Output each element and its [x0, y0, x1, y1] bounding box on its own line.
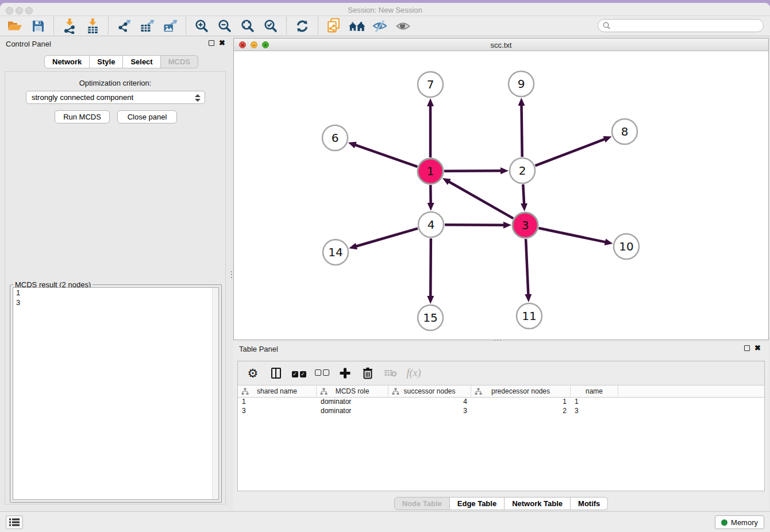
graph-edge-3-10[interactable] — [538, 228, 605, 242]
close-panel-icon[interactable]: ✖ — [219, 40, 225, 47]
column-type-icon — [241, 388, 249, 395]
show-elements-button[interactable] — [391, 17, 414, 36]
mcds-result-list[interactable]: 13 — [13, 287, 219, 500]
tasks-button[interactable] — [6, 515, 23, 529]
apply-layout-button[interactable] — [291, 17, 314, 36]
graph-edge-4-14[interactable] — [356, 229, 418, 246]
hide-elements-button[interactable] — [368, 17, 391, 36]
table-mode-button[interactable]: ⚙ — [242, 364, 263, 383]
table-cell[interactable]: 1 — [571, 398, 618, 407]
table-cell[interactable]: 3 — [238, 407, 317, 416]
control-panel-tabs: NetworkStyleSelectMCDS — [44, 55, 198, 68]
zoom-out-button[interactable] — [213, 17, 236, 36]
table-toolbar: ⚙ ✓✓ — [238, 361, 764, 385]
zoom-fit-button[interactable] — [236, 17, 259, 36]
graph-edge-3-1[interactable] — [449, 182, 513, 218]
float-table-panel-icon[interactable] — [744, 345, 750, 351]
tab-network-table[interactable]: Network Table — [505, 497, 571, 510]
graph-edge-2-9[interactable] — [521, 105, 522, 157]
graph-edge-3-11[interactable] — [526, 239, 528, 295]
control-panel-title: Control Panel — [6, 40, 51, 48]
zoom-in-button[interactable] — [190, 17, 213, 36]
criterion-select[interactable]: strongly connected component — [26, 91, 205, 104]
eye-slash-icon — [372, 20, 387, 33]
table-row[interactable]: 1dominator411 — [238, 398, 764, 407]
graph-node-label-14: 14 — [328, 245, 342, 259]
import-network-button[interactable] — [58, 17, 81, 36]
graph-edge-2-3[interactable] — [523, 184, 524, 204]
table-cell[interactable]: 1 — [471, 398, 571, 407]
control-panel-header: Control Panel ✖ — [0, 37, 230, 52]
toolbar-separator — [53, 17, 54, 34]
delete-columns-button[interactable] — [357, 364, 378, 383]
export-table-button[interactable] — [136, 17, 159, 36]
fx-icon: f(x) — [407, 367, 421, 379]
graph-node-label-7: 7 — [427, 78, 434, 91]
search-box — [598, 19, 764, 32]
checked-boxes-icon: ✓✓ — [292, 369, 306, 377]
home-networks-button[interactable] — [345, 17, 368, 36]
save-session-button[interactable] — [26, 17, 49, 36]
tab-node-table[interactable]: Node Table — [394, 497, 450, 510]
select-all-columns-button[interactable]: ✓✓ — [288, 364, 309, 383]
share-document-button[interactable] — [322, 17, 345, 36]
run-mcds-button[interactable]: Run MCDS — [55, 110, 110, 124]
show-columns-button[interactable] — [265, 364, 286, 383]
close-table-panel-icon[interactable]: ✖ — [754, 345, 761, 352]
tab-style[interactable]: Style — [90, 55, 123, 68]
zoom-in-icon — [195, 19, 209, 33]
open-session-button[interactable] — [3, 17, 26, 36]
export-image-button[interactable] — [159, 17, 182, 36]
share-document-icon — [327, 18, 341, 34]
memory-button[interactable]: Memory — [715, 515, 764, 529]
network-canvas[interactable]: 7968124314101511 — [234, 51, 768, 340]
close-panel-button[interactable]: Close panel — [117, 110, 177, 124]
table-cell[interactable]: 2 — [471, 407, 571, 416]
gear-icon: ⚙ — [248, 367, 259, 380]
toolbar-separator — [318, 17, 318, 34]
column-header-MCDS-role[interactable]: MCDS role — [317, 385, 388, 398]
graph-node-label-3: 3 — [522, 218, 529, 232]
zoom-selected-button[interactable] — [259, 17, 282, 36]
graph-edge-4-3[interactable] — [445, 225, 504, 225]
graph-edge-2-8[interactable] — [535, 139, 605, 165]
tab-select[interactable]: Select — [123, 55, 160, 68]
float-panel-icon[interactable] — [209, 40, 214, 46]
graph-edge-1-2[interactable] — [444, 171, 501, 171]
mcds-panel: Optimization criterion: strongly connect… — [5, 71, 226, 504]
result-scrollbar[interactable] — [212, 288, 218, 499]
zoom-fit-icon — [241, 19, 255, 33]
tab-network[interactable]: Network — [44, 55, 90, 68]
table-cell[interactable]: 3 — [571, 407, 618, 416]
graph-edge-4-15[interactable] — [430, 238, 431, 296]
column-type-icon — [475, 388, 482, 395]
table-row[interactable]: 3dominator323 — [238, 407, 764, 416]
network-view-window: ✕ − + scc.txt 7968124314101511 — [233, 38, 769, 340]
table-cell[interactable]: dominator — [317, 407, 388, 416]
create-column-button[interactable] — [334, 364, 355, 383]
column-header-shared-name[interactable]: shared name — [238, 385, 317, 398]
graph-node-label-8: 8 — [621, 125, 629, 138]
zoom-out-icon — [218, 19, 232, 33]
graph-node-label-6: 6 — [332, 131, 339, 145]
graph-node-label-11: 11 — [522, 309, 536, 323]
import-table-button[interactable] — [81, 17, 104, 36]
graph-edge-1-6[interactable] — [355, 145, 417, 167]
table-cell[interactable]: dominator — [317, 398, 388, 407]
tab-mcds[interactable]: MCDS — [161, 55, 198, 68]
column-header-name[interactable]: name — [571, 385, 618, 398]
export-network-button[interactable] — [113, 17, 136, 36]
table-cell[interactable]: 1 — [238, 398, 317, 407]
control-panel: Control Panel ✖ NetworkStyleSelectMCDS O… — [0, 37, 230, 511]
column-header-predecessor-nodes[interactable]: predecessor nodes — [471, 385, 571, 398]
column-header-successor-nodes[interactable]: successor nodes — [388, 385, 471, 398]
table-cell[interactable]: 4 — [388, 398, 471, 407]
tab-motifs[interactable]: Motifs — [571, 497, 608, 510]
tab-edge-table[interactable]: Edge Table — [450, 497, 505, 510]
deselect-all-columns-button[interactable] — [311, 364, 332, 383]
network-window-titlebar[interactable]: ✕ − + scc.txt — [234, 38, 768, 51]
delete-table-button — [380, 364, 401, 383]
window-title: Session: New Session — [0, 6, 770, 14]
table-cell[interactable]: 3 — [388, 407, 471, 416]
search-input[interactable] — [613, 21, 750, 30]
